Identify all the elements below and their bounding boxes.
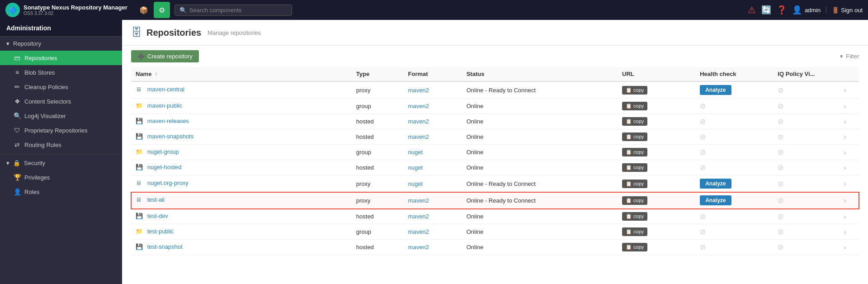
search-input[interactable] xyxy=(189,7,280,14)
repo-name-link[interactable]: maven-central xyxy=(147,86,184,93)
sidebar-item-roles[interactable]: 👤 Roles xyxy=(0,185,122,199)
format-link[interactable]: maven2 xyxy=(408,244,429,251)
col-header-name[interactable]: Name ↑ xyxy=(131,67,352,81)
copy-button[interactable]: 📋 copy xyxy=(622,212,647,221)
analyze-button[interactable]: Analyze xyxy=(700,179,731,189)
repo-name-link[interactable]: test-ali xyxy=(147,196,165,203)
format-link[interactable]: nuget xyxy=(408,149,423,156)
copy-button[interactable]: 📋 copy xyxy=(622,163,647,172)
repo-iq-cell: ⊘ xyxy=(773,240,840,255)
repo-url-cell: 📋 copy xyxy=(618,240,695,255)
refresh-icon[interactable]: 🔄 xyxy=(761,5,771,15)
browse-button[interactable]: 📦 xyxy=(136,2,152,18)
col-header-format[interactable]: Format xyxy=(404,67,462,81)
table-row[interactable]: 💾 test-snapshot hosted maven2 Online 📋 c… xyxy=(131,240,859,255)
copy-button[interactable]: 📋 copy xyxy=(622,148,647,156)
chevron-right-icon[interactable]: › xyxy=(844,149,846,156)
format-link[interactable]: nuget xyxy=(408,180,423,187)
analyze-button[interactable]: Analyze xyxy=(700,85,731,95)
chevron-right-icon[interactable]: › xyxy=(844,197,846,204)
admin-button[interactable]: ⚙ xyxy=(154,2,170,18)
col-header-health[interactable]: Health check xyxy=(695,67,773,81)
copy-button[interactable]: 📋 copy xyxy=(622,117,647,126)
table-row[interactable]: 💾 test-dev hosted maven2 Online 📋 copy ⊘… xyxy=(131,209,859,224)
sidebar-item-proprietary[interactable]: 🛡 Proprietary Repositories xyxy=(0,123,122,137)
repo-name-cell: 🖥 maven-central xyxy=(131,81,352,99)
sidebar-item-repositories[interactable]: 🗃 Repositories xyxy=(0,51,122,65)
format-link[interactable]: nuget xyxy=(408,164,423,171)
chevron-right-icon[interactable]: › xyxy=(844,86,846,94)
copy-button[interactable]: 📋 copy xyxy=(622,102,647,110)
sidebar-item-routing-rules[interactable]: ⇄ Routing Rules xyxy=(0,137,122,152)
repo-health-cell: Analyze xyxy=(695,81,773,99)
sidebar-group-repository[interactable]: ▾ Repository xyxy=(0,37,122,51)
col-header-iq[interactable]: IQ Policy Vi... xyxy=(773,67,840,81)
repo-name-link[interactable]: maven-snapshots xyxy=(147,133,194,140)
repo-chevron-cell: › xyxy=(840,81,859,99)
repo-name-link[interactable]: test-snapshot xyxy=(147,243,183,250)
copy-button[interactable]: 📋 copy xyxy=(622,180,647,188)
col-header-type[interactable]: Type xyxy=(352,67,404,81)
copy-button[interactable]: 📋 copy xyxy=(622,86,647,95)
repo-name-link[interactable]: maven-public xyxy=(147,102,182,109)
format-link[interactable]: maven2 xyxy=(408,118,429,125)
col-header-url[interactable]: URL xyxy=(618,67,695,81)
format-link[interactable]: maven2 xyxy=(408,213,429,220)
table-row[interactable]: 🖥 maven-central proxy maven2 Online - Re… xyxy=(131,81,859,99)
analyze-button[interactable]: Analyze xyxy=(700,195,731,205)
help-icon[interactable]: ❓ xyxy=(777,5,787,15)
sidebar-group-security[interactable]: ▾ 🔒 Security xyxy=(0,156,122,170)
chevron-right-icon[interactable]: › xyxy=(844,244,846,251)
table-row[interactable]: 🖥 test-ali proxy maven2 Online - Ready t… xyxy=(131,192,859,209)
chevron-right-icon[interactable]: › xyxy=(844,133,846,141)
sidebar-item-label: Roles xyxy=(24,189,39,195)
repo-type-cell: hosted xyxy=(352,114,404,129)
chevron-right-icon[interactable]: › xyxy=(844,164,846,171)
col-header-status[interactable]: Status xyxy=(462,67,618,81)
chevron-right-icon[interactable]: › xyxy=(844,103,846,110)
repo-name-link[interactable]: test-public xyxy=(147,228,174,235)
chevron-right-icon[interactable]: › xyxy=(844,228,846,236)
alert-icon[interactable]: ⚠ xyxy=(748,5,756,15)
repo-name-link[interactable]: maven-releases xyxy=(147,118,189,124)
sidebar-item-log4j[interactable]: 🔍 Log4j Visualizer xyxy=(0,109,122,123)
table-row[interactable]: 🖥 nuget.org-proxy proxy nuget Online - R… xyxy=(131,175,859,192)
chevron-right-icon[interactable]: › xyxy=(844,180,846,187)
format-link[interactable]: maven2 xyxy=(408,133,429,140)
format-link[interactable]: maven2 xyxy=(408,87,429,94)
sidebar-item-privileges[interactable]: 🏆 Privileges xyxy=(0,170,122,185)
repositories-table: Name ↑ Type Format Status URL Health che… xyxy=(131,67,859,255)
sidebar-item-blob-stores[interactable]: ≡ Blob Stores xyxy=(0,65,122,80)
table-header-row: Name ↑ Type Format Status URL Health che… xyxy=(131,67,859,81)
copy-button[interactable]: 📋 copy xyxy=(622,243,647,251)
signout-button[interactable]: 🚪 Sign out xyxy=(826,7,863,14)
repo-type-cell: group xyxy=(352,145,404,160)
table-row[interactable]: 📁 nuget-group group nuget Online 📋 copy … xyxy=(131,145,859,160)
table-row[interactable]: 💾 maven-snapshots hosted maven2 Online 📋… xyxy=(131,129,859,145)
repo-name-link[interactable]: nuget-group xyxy=(147,148,179,155)
sidebar-item-cleanup-policies[interactable]: ✏ Cleanup Policies xyxy=(0,80,122,94)
main-title: Repositories xyxy=(146,28,201,38)
repo-url-cell: 📋 copy xyxy=(618,114,695,129)
table-row[interactable]: 📁 maven-public group maven2 Online 📋 cop… xyxy=(131,99,859,114)
copy-button[interactable]: 📋 copy xyxy=(622,133,647,141)
table-row[interactable]: 💾 maven-releases hosted maven2 Online 📋 … xyxy=(131,114,859,129)
format-link[interactable]: maven2 xyxy=(408,228,429,235)
table-row[interactable]: 📁 test-public group maven2 Online 📋 copy… xyxy=(131,224,859,240)
create-repository-button[interactable]: ➕ Create repository xyxy=(131,50,199,62)
repo-format-cell: maven2 xyxy=(404,209,462,224)
copy-button[interactable]: 📋 copy xyxy=(622,196,647,205)
sidebar-item-content-selectors[interactable]: ❖ Content Selectors xyxy=(0,94,122,109)
format-link[interactable]: maven2 xyxy=(408,197,429,204)
repo-name-link[interactable]: nuget.org-proxy xyxy=(147,180,189,186)
repo-name-link[interactable]: nuget-hosted xyxy=(147,164,182,170)
copy-button[interactable]: 📋 copy xyxy=(622,227,647,236)
chevron-right-icon[interactable]: › xyxy=(844,213,846,220)
chevron-right-icon[interactable]: › xyxy=(844,118,846,125)
repo-name-link[interactable]: test-dev xyxy=(147,213,168,219)
table-row[interactable]: 💾 nuget-hosted hosted nuget Online 📋 cop… xyxy=(131,160,859,175)
format-link[interactable]: maven2 xyxy=(408,103,429,109)
topnav-icons: 📦 ⚙ xyxy=(136,2,170,18)
repo-chevron-cell: › xyxy=(840,240,859,255)
sidebar-item-label: Repositories xyxy=(24,55,57,62)
